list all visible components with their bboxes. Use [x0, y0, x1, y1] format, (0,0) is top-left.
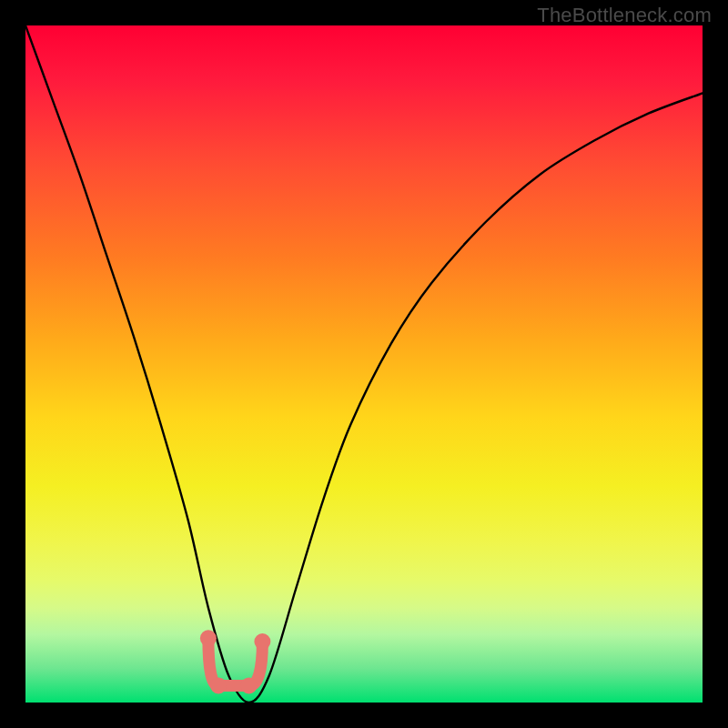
- marker-dip-right-bottom: [241, 677, 258, 693]
- watermark-text: TheBottleneck.com: [537, 4, 712, 27]
- marker-dip-left-bottom: [210, 677, 227, 693]
- plot-area: [25, 25, 703, 703]
- chart-stage: TheBottleneck.com: [0, 0, 728, 728]
- marker-dip-right-top: [254, 633, 270, 650]
- curve-layer: [25, 25, 703, 703]
- marker-dip-left-top: [200, 630, 217, 646]
- bottleneck-curve: [25, 25, 703, 703]
